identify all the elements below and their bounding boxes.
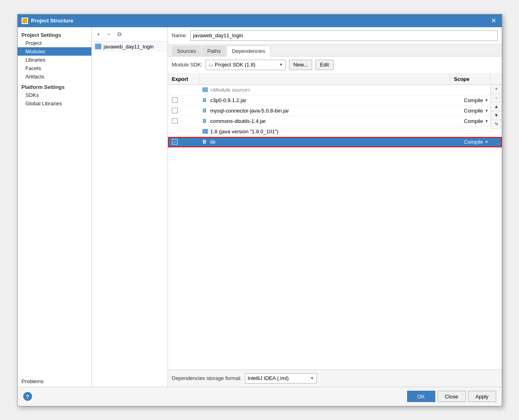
name-input[interactable] — [190, 30, 498, 41]
lib-icon — [202, 139, 208, 145]
dep-export-dbutils[interactable] — [168, 116, 200, 126]
dep-scope-value-lib: Compile — [464, 139, 483, 145]
add-module-button[interactable]: + — [94, 30, 103, 38]
storage-dropdown-arrow-icon: ▼ — [310, 376, 314, 380]
sidebar-item-facets[interactable]: Facets — [18, 64, 91, 72]
svg-rect-15 — [204, 120, 204, 120]
dep-export-module-source — [168, 85, 200, 95]
remove-module-button[interactable]: − — [105, 30, 113, 38]
sdk-folder-icon: 🗂 — [208, 62, 213, 68]
deps-header-export: Export — [168, 74, 200, 84]
deps-header: Export Scope — [168, 74, 502, 85]
sidebar-item-problems[interactable]: Problems — [18, 376, 91, 387]
remove-dep-button[interactable]: − — [491, 94, 502, 102]
storage-label: Dependencies storage format: — [172, 375, 242, 381]
scroll-down-button[interactable]: ▼ — [491, 111, 502, 120]
dep-export-jdk18 — [168, 127, 200, 137]
sdk-new-button[interactable]: New... — [289, 60, 312, 70]
dep-export-c3p0[interactable] — [168, 95, 200, 105]
dep-scope-dropdown-dbutils[interactable]: ▼ — [485, 119, 489, 123]
module-icon — [95, 44, 101, 49]
svg-rect-22 — [204, 141, 204, 141]
svg-rect-16 — [204, 121, 204, 121]
dep-scope-dropdown-lib[interactable]: ▼ — [485, 140, 489, 144]
svg-rect-1 — [204, 99, 204, 99]
app-icon — [22, 18, 28, 24]
svg-rect-23 — [204, 141, 204, 142]
deps-table: Export Scope <Module sour — [168, 74, 502, 370]
title-bar: Project Structure ✕ — [18, 14, 502, 27]
middle-toolbar: + − ⧉ — [92, 27, 168, 42]
module-source-icon — [202, 87, 208, 92]
bottom-row: Dependencies storage format: IntelliJ ID… — [168, 370, 502, 387]
dialog-footer: ? OK Close Apply — [18, 387, 502, 406]
deps-scroll[interactable]: <Module source> — [168, 85, 502, 370]
tab-dependencies[interactable]: Dependencies — [226, 46, 270, 56]
sdk-edit-button[interactable]: Edit — [315, 60, 333, 70]
dep-export-mysql[interactable] — [168, 106, 200, 116]
dep-row-jdk18: 1.8 (java version "1.8.0_101") — [168, 127, 502, 137]
dep-scope-dropdown-mysql[interactable]: ▼ — [485, 109, 489, 113]
dialog-body: Project Settings Project Modules Librari… — [18, 27, 502, 387]
svg-rect-5 — [205, 100, 206, 100]
sidebar-item-global-libraries[interactable]: Global Libraries — [18, 99, 91, 108]
dep-export-lib[interactable] — [168, 137, 200, 147]
dep-checkbox-lib[interactable] — [172, 139, 178, 145]
dep-scope-value-dbutils: Compile — [464, 118, 483, 124]
dep-scope-lib: Compile ▼ — [462, 137, 502, 147]
dep-checkbox-dbutils[interactable] — [172, 118, 178, 124]
sidebar-item-sdks[interactable]: SDKs — [18, 91, 91, 99]
module-item[interactable]: javaweb_day11_login — [92, 42, 168, 52]
svg-rect-26 — [205, 141, 206, 142]
dep-name-dbutils: commons-dbutils-1.4.jar — [200, 116, 462, 126]
project-settings-label: Project Settings — [18, 29, 91, 39]
sdk-select[interactable]: 🗂 Project SDK (1.8) ▼ — [206, 60, 286, 70]
dep-checkbox-c3p0[interactable] — [172, 97, 178, 103]
dep-checkbox-mysql[interactable] — [172, 108, 178, 113]
dep-label-dbutils: commons-dbutils-1.4.jar — [210, 118, 266, 124]
dep-label-lib: lib — [210, 139, 216, 145]
dep-scope-dropdown-c3p0[interactable]: ▼ — [485, 98, 489, 102]
svg-rect-13 — [205, 111, 206, 111]
apply-button[interactable]: Apply — [468, 391, 496, 402]
scroll-up-button[interactable]: ▲ — [491, 102, 502, 111]
svg-rect-18 — [205, 120, 206, 120]
storage-select[interactable]: IntelliJ IDEA (.iml) ▼ — [245, 373, 317, 384]
sidebar-item-modules[interactable]: Modules — [18, 47, 91, 56]
ok-button[interactable]: OK — [407, 391, 435, 402]
close-dialog-button[interactable]: Close — [438, 391, 466, 402]
svg-rect-24 — [204, 142, 204, 143]
close-icon[interactable]: ✕ — [490, 17, 498, 25]
dep-label-jdk18: 1.8 (java version "1.8.0_101") — [210, 129, 279, 135]
name-label: Name: — [172, 32, 187, 38]
edit-dep-button[interactable]: ✎ — [491, 120, 502, 129]
dep-name-lib: lib — [200, 137, 462, 147]
tab-sources[interactable]: Sources — [172, 46, 202, 56]
sdk-dropdown-arrow-icon: ▼ — [279, 62, 283, 67]
dep-row-dbutils: commons-dbutils-1.4.jar Compile ▼ — [168, 116, 502, 127]
platform-settings-label: Platform Settings — [18, 81, 91, 91]
dep-row-lib[interactable]: lib Compile ▼ — [168, 137, 502, 147]
side-buttons: + − ▲ ▼ ✎ — [491, 85, 502, 129]
sidebar-item-project[interactable]: Project — [18, 39, 91, 47]
svg-rect-17 — [204, 121, 204, 122]
dep-row-mysql: mysql-connector-java-5.0.8-bin.jar Compi… — [168, 106, 502, 116]
svg-rect-10 — [204, 111, 204, 111]
svg-rect-25 — [205, 141, 206, 141]
sidebar-item-artifacts[interactable]: Artifacts — [18, 72, 91, 81]
tabs-row: Sources Paths Dependencies — [168, 44, 502, 56]
title-bar-left: Project Structure — [22, 18, 73, 24]
module-name: javaweb_day11_login — [104, 44, 154, 50]
deps-header-scope: Scope — [450, 74, 490, 84]
copy-module-button[interactable]: ⧉ — [115, 30, 124, 38]
add-dep-button[interactable]: + — [491, 85, 502, 94]
middle-panel: + − ⧉ javaweb_day11_login — [92, 27, 168, 387]
help-button[interactable]: ? — [23, 392, 32, 401]
sidebar: Project Settings Project Modules Librari… — [18, 27, 92, 387]
sidebar-item-libraries[interactable]: Libraries — [18, 56, 91, 64]
dep-row-module-source: <Module source> — [168, 85, 502, 95]
svg-rect-8 — [204, 109, 204, 110]
tab-paths[interactable]: Paths — [202, 46, 226, 56]
svg-rect-27 — [205, 142, 206, 143]
jar-icon-dbutils — [202, 118, 208, 124]
